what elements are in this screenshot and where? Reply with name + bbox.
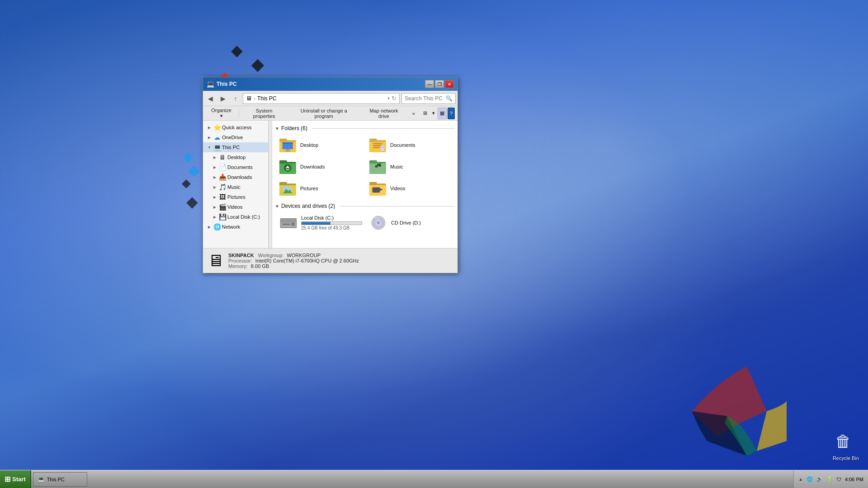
title-bar: 💻 This PC — ❐ ✕ bbox=[203, 77, 458, 91]
folders-section-title: Folders (6) bbox=[281, 125, 307, 131]
sidebar-icon-quick-access: ⭐ bbox=[213, 124, 221, 131]
search-icon[interactable]: 🔍 bbox=[446, 95, 453, 102]
sidebar-item-downloads[interactable]: ▶ 📥 Downloads bbox=[203, 172, 268, 182]
sidebar-item-this-pc[interactable]: ▼ 💻 This PC bbox=[203, 142, 268, 152]
svg-rect-10 bbox=[373, 143, 382, 145]
svg-rect-29 bbox=[381, 164, 381, 166]
address-chevron: › bbox=[254, 95, 255, 102]
sidebar-item-network[interactable]: ▶ 🌐 Network bbox=[203, 222, 268, 232]
volume-tray-icon: 🔊 bbox=[816, 476, 823, 482]
view-button[interactable]: ⊞ bbox=[421, 108, 429, 119]
close-button[interactable]: ✕ bbox=[445, 80, 454, 88]
minimize-button[interactable]: — bbox=[425, 80, 434, 88]
clock[interactable]: 4:06 PM bbox=[845, 477, 863, 482]
folder-item-downloads[interactable]: Downloads bbox=[277, 157, 365, 177]
more-button[interactable]: » bbox=[408, 108, 419, 119]
deco-shape bbox=[186, 197, 198, 208]
folders-section-line bbox=[312, 128, 455, 129]
sidebar-item-videos[interactable]: ▶ 🎬 Videos bbox=[203, 202, 268, 212]
system-properties-button[interactable]: System properties bbox=[241, 108, 287, 119]
restore-button[interactable]: ❐ bbox=[435, 80, 444, 88]
drives-section-header[interactable]: ▼ Devices and drives (2) bbox=[275, 203, 455, 209]
sidebar-item-local-disk[interactable]: ▶ 💾 Local Disk (C:) bbox=[203, 212, 268, 222]
folders-section-header[interactable]: ▼ Folders (6) bbox=[275, 125, 455, 131]
folder-grid: Desktop bbox=[275, 135, 455, 198]
documents-folder-icon bbox=[369, 137, 387, 153]
svg-rect-9 bbox=[369, 139, 377, 142]
refresh-icon[interactable]: ↻ bbox=[392, 95, 396, 102]
folder-item-desktop[interactable]: Desktop bbox=[277, 135, 365, 155]
drive-item-local-disk[interactable]: Local Disk (C:) 25.4 GB free of 49.3 GB bbox=[277, 213, 365, 233]
sidebar-arrow-network: ▶ bbox=[207, 224, 212, 230]
map-drive-button[interactable]: Map network drive bbox=[360, 108, 407, 119]
folder-item-music[interactable]: Music bbox=[367, 157, 455, 177]
start-button[interactable]: ⊞ Start bbox=[0, 470, 31, 488]
folder-item-documents[interactable]: Documents bbox=[367, 135, 455, 155]
systray: ▲ 🌐 🔊 🔋 🛡 4:06 PM bbox=[793, 470, 868, 488]
status-pc-icon: 🖥 bbox=[208, 251, 224, 270]
sidebar-item-music[interactable]: ▶ 🎵 Music bbox=[203, 182, 268, 192]
sidebar-icon-music: 🎵 bbox=[219, 183, 226, 191]
address-icon: 🖥 bbox=[246, 95, 252, 102]
drive-item-cd[interactable]: CD Drive (D:) bbox=[367, 213, 455, 233]
address-input[interactable] bbox=[257, 95, 386, 102]
help-button[interactable]: ? bbox=[448, 108, 455, 119]
sidebar-arrow-local-disk: ▶ bbox=[212, 214, 217, 220]
sidebar-item-documents[interactable]: ▶ 📄 Documents bbox=[203, 162, 268, 172]
status-processor-value: Intel(R) Core(TM) i7-6700HQ CPU @ 2.60GH… bbox=[255, 258, 359, 263]
sidebar-item-onedrive[interactable]: ▶ ☁ OneDrive bbox=[203, 132, 268, 142]
svg-rect-22 bbox=[286, 169, 289, 170]
address-bar[interactable]: 🖥 › ▾ ↻ bbox=[243, 93, 400, 104]
svg-rect-39 bbox=[373, 188, 380, 193]
videos-folder-icon bbox=[369, 180, 387, 197]
sidebar: ▶ ⭐ Quick access ▶ ☁ OneDrive ▼ 💻 This P… bbox=[203, 121, 269, 248]
status-memory-value: 8.00 GB bbox=[251, 263, 269, 269]
explorer-window: 💻 This PC — ❐ ✕ ◀ ▶ ↑ 🖥 › ▾ ↻ 🔍 bbox=[203, 77, 458, 273]
organize-button[interactable]: Organize ▾ bbox=[206, 108, 237, 119]
search-box[interactable]: 🔍 bbox=[401, 93, 456, 104]
sidebar-item-desktop[interactable]: ▶ 🖥 Desktop bbox=[203, 152, 268, 162]
search-input[interactable] bbox=[405, 95, 444, 102]
sidebar-arrow-this-pc: ▼ bbox=[207, 145, 212, 150]
sidebar-arrow-downloads: ▶ bbox=[212, 174, 217, 180]
address-dropdown-icon[interactable]: ▾ bbox=[387, 96, 390, 101]
recycle-bin[interactable]: 🗑 Recycle Bin bbox=[833, 432, 859, 461]
sidebar-icon-onedrive: ☁ bbox=[213, 134, 221, 141]
folder-item-videos[interactable]: Videos bbox=[367, 178, 455, 198]
drive-name-cd: CD Drive (D:) bbox=[391, 220, 452, 225]
svg-rect-46 bbox=[283, 224, 290, 225]
systray-chevron[interactable]: ▲ bbox=[798, 477, 803, 482]
svg-rect-38 bbox=[369, 182, 377, 185]
taskbar-item-this-pc[interactable]: 💻 This PC bbox=[33, 472, 87, 487]
back-button[interactable]: ◀ bbox=[205, 93, 216, 104]
sidebar-icon-network: 🌐 bbox=[213, 223, 221, 230]
sidebar-icon-desktop: 🖥 bbox=[219, 154, 226, 161]
sidebar-item-quick-access[interactable]: ▶ ⭐ Quick access bbox=[203, 122, 268, 132]
svg-point-35 bbox=[289, 187, 291, 189]
sidebar-icon-local-disk: 💾 bbox=[219, 213, 226, 221]
svg-point-45 bbox=[292, 224, 293, 225]
svg-rect-43 bbox=[281, 219, 296, 223]
view-dropdown-button[interactable]: ▾ bbox=[430, 108, 437, 119]
folder-item-pictures[interactable]: Pictures bbox=[277, 178, 365, 198]
window-icon: 💻 bbox=[207, 80, 214, 88]
deco-shape bbox=[182, 179, 191, 188]
taskbar: ⊞ Start 💻 This PC ▲ 🌐 🔊 🔋 🛡 4:06 PM bbox=[0, 470, 868, 488]
taskbar-item-icon: 💻 bbox=[38, 476, 44, 482]
svg-rect-4 bbox=[283, 142, 293, 144]
svg-point-51 bbox=[378, 222, 379, 224]
layout-button[interactable]: ▦ bbox=[438, 108, 447, 119]
start-icon: ⊞ bbox=[5, 475, 10, 483]
drive-grid: Local Disk (C:) 25.4 GB free of 49.3 GB bbox=[275, 213, 455, 233]
forward-button[interactable]: ▶ bbox=[217, 93, 228, 104]
status-text: SKINPACK Workgroup: WORKGROUP Processor:… bbox=[228, 253, 359, 269]
sidebar-icon-documents: 📄 bbox=[219, 164, 226, 171]
up-button[interactable]: ↑ bbox=[230, 93, 241, 104]
sidebar-scrollbar[interactable] bbox=[269, 121, 272, 248]
deco-shape bbox=[251, 59, 264, 72]
sidebar-item-pictures[interactable]: ▶ 🖼 Pictures bbox=[203, 192, 268, 202]
svg-rect-16 bbox=[382, 148, 383, 149]
uninstall-button[interactable]: Uninstall or change a program bbox=[288, 108, 359, 119]
sidebar-label-this-pc: This PC bbox=[222, 145, 240, 150]
toolbar: Organize ▾ System properties Uninstall o… bbox=[203, 106, 458, 121]
